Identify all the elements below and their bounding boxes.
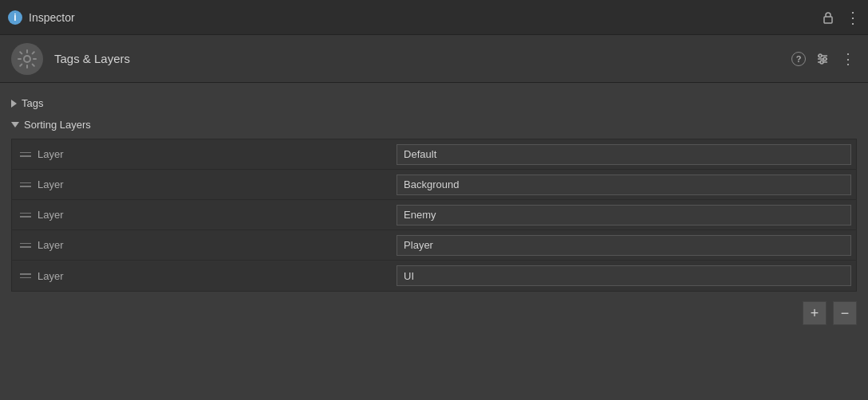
header-left: Tags & Layers <box>11 43 130 75</box>
layer-input[interactable] <box>397 235 851 256</box>
drag-handle[interactable] <box>20 182 31 187</box>
title-bar-left: i Inspector <box>8 10 75 25</box>
header-section: Tags & Layers ? ⋮ <box>0 35 868 83</box>
layer-input[interactable] <box>397 205 851 225</box>
drag-handle[interactable] <box>20 213 31 218</box>
layer-row-right <box>392 235 856 256</box>
layer-row-left: Layer <box>12 239 392 251</box>
info-icon: i <box>8 10 22 25</box>
layer-label: Layer <box>37 148 64 160</box>
drag-handle-line-2 <box>20 277 31 279</box>
tags-collapse-icon <box>11 100 17 108</box>
drag-handle-line-1 <box>20 152 31 154</box>
bottom-toolbar: + − <box>0 295 868 331</box>
drag-handle-line-1 <box>20 243 31 245</box>
header-right: ? ⋮ <box>791 50 857 68</box>
drag-handle-line-1 <box>20 213 31 214</box>
svg-point-1 <box>24 56 30 62</box>
sorting-layers-section-header[interactable]: Sorting Layers <box>0 114 868 135</box>
help-button[interactable]: ? <box>791 52 806 66</box>
inspector-title: Inspector <box>29 11 75 24</box>
layer-label: Layer <box>37 270 64 282</box>
sorting-layers-collapse-icon <box>11 122 19 127</box>
drag-handle[interactable] <box>20 152 31 157</box>
remove-layer-button[interactable]: − <box>833 301 857 325</box>
lock-button[interactable] <box>820 10 836 25</box>
svg-rect-0 <box>824 17 832 23</box>
layer-label: Layer <box>37 178 64 190</box>
drag-handle-line-1 <box>20 182 31 184</box>
layer-row-left: Layer <box>12 270 392 282</box>
layer-row-right <box>392 175 856 195</box>
layer-input[interactable] <box>397 144 851 165</box>
header-menu-button[interactable]: ⋮ <box>839 50 857 68</box>
drag-handle-line-2 <box>20 246 31 248</box>
table-row: Layer <box>12 230 856 261</box>
title-bar: i Inspector ⋮ <box>0 0 868 35</box>
table-row: Layer <box>12 139 856 170</box>
sorting-layers-label: Sorting Layers <box>24 119 91 131</box>
drag-handle[interactable] <box>20 273 31 278</box>
layer-label: Layer <box>37 209 64 221</box>
drag-handle-line-2 <box>20 186 31 187</box>
drag-handle-line-2 <box>20 155 31 157</box>
title-bar-right: ⋮ <box>820 10 860 25</box>
content-area: Tags Sorting Layers Layer <box>0 83 868 341</box>
gear-icon <box>11 43 43 75</box>
sliders-button[interactable] <box>814 50 831 68</box>
table-row: Layer <box>12 261 856 291</box>
layer-label: Layer <box>37 239 64 251</box>
drag-handle-line-1 <box>20 273 31 275</box>
title-menu-button[interactable]: ⋮ <box>844 10 860 25</box>
layer-row-left: Layer <box>12 209 392 221</box>
layer-row-right <box>392 144 856 165</box>
layers-table: Layer Layer Layer <box>11 139 857 292</box>
table-row: Layer <box>12 170 856 200</box>
drag-handle-line-2 <box>20 216 31 218</box>
svg-point-5 <box>823 57 827 61</box>
tags-section-header[interactable]: Tags <box>0 92 868 114</box>
layer-row-left: Layer <box>12 178 392 190</box>
layer-input[interactable] <box>397 175 851 195</box>
tags-label: Tags <box>22 97 43 109</box>
add-layer-button[interactable]: + <box>803 301 827 325</box>
table-row: Layer <box>12 200 856 230</box>
svg-point-7 <box>820 61 823 64</box>
svg-point-3 <box>819 54 822 57</box>
layer-row-left: Layer <box>12 148 392 160</box>
layer-row-right <box>392 205 856 225</box>
drag-handle[interactable] <box>20 243 31 248</box>
layer-row-right <box>392 265 856 286</box>
layer-input[interactable] <box>397 265 851 286</box>
header-title: Tags & Layers <box>54 52 130 65</box>
